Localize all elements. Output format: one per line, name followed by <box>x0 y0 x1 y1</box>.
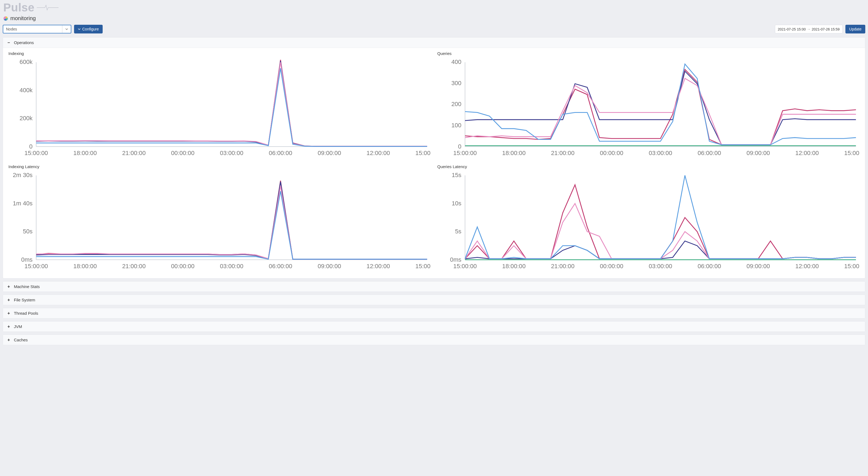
svg-text:06:00:00: 06:00:00 <box>269 263 292 270</box>
svg-text:18:00:00: 18:00:00 <box>502 263 525 270</box>
update-button-label: Update <box>849 27 862 31</box>
panel-header-thread_pools[interactable]: +Thread Pools <box>3 308 865 318</box>
svg-text:00:00:00: 00:00:00 <box>171 263 194 270</box>
chart-title: Queries Latency <box>437 164 860 169</box>
svg-text:0ms: 0ms <box>21 256 33 263</box>
panel-header-jvm[interactable]: +JVM <box>3 321 865 332</box>
svg-text:09:00:00: 09:00:00 <box>747 149 770 157</box>
plus-icon: + <box>7 298 11 302</box>
svg-text:03:00:00: 03:00:00 <box>649 149 672 157</box>
svg-text:18:00:00: 18:00:00 <box>502 149 525 157</box>
svg-text:600k: 600k <box>20 59 33 65</box>
svg-text:15:00:00: 15:00:00 <box>453 263 477 270</box>
svg-text:5s: 5s <box>455 228 461 235</box>
panel-title: Operations <box>14 40 34 45</box>
chevron-down-icon <box>78 28 81 30</box>
panel-file_system: +File System <box>3 295 865 305</box>
svg-text:03:00:00: 03:00:00 <box>649 263 672 270</box>
chart-queries: Queries010020030040015:00:0018:00:0021:0… <box>437 51 860 160</box>
chart-queries_latency-svg: 0ms5s10s15s15:00:0018:00:0021:00:0000:00… <box>437 171 860 273</box>
cluster-name: monitoring <box>10 15 36 22</box>
svg-text:12:00:00: 12:00:00 <box>367 149 390 157</box>
panel-title: Caches <box>14 338 28 342</box>
svg-text:00:00:00: 00:00:00 <box>600 263 623 270</box>
svg-text:400k: 400k <box>20 87 33 94</box>
pulse-wave-icon <box>37 4 59 12</box>
svg-text:300: 300 <box>452 80 462 87</box>
svg-text:0: 0 <box>29 143 32 150</box>
panel-header-operations[interactable]: −Operations <box>3 38 865 48</box>
chart-queries_latency: Queries Latency0ms5s10s15s15:00:0018:00:… <box>437 164 860 273</box>
svg-text:400: 400 <box>452 59 462 65</box>
svg-text:15:00:00: 15:00:00 <box>453 149 477 157</box>
svg-text:00:00:00: 00:00:00 <box>171 149 194 157</box>
chart-title: Queries <box>437 51 860 56</box>
chart-indexing: Indexing0200k400k600k15:00:0018:00:0021:… <box>8 51 431 160</box>
nodes-select-placeholder: Nodes <box>3 27 17 31</box>
configure-button[interactable]: Configure <box>74 25 103 33</box>
panels-container: −OperationsIndexing0200k400k600k15:00:00… <box>0 37 868 345</box>
toolbar: Nodes Configure 2021-07-25 15:00 → 2021-… <box>0 23 868 37</box>
panel-jvm: +JVM <box>3 321 865 332</box>
timerange-display[interactable]: 2021-07-25 15:00 → 2021-07-26 15:59 <box>775 25 843 33</box>
svg-text:06:00:00: 06:00:00 <box>698 263 721 270</box>
svg-text:12:00:00: 12:00:00 <box>795 263 819 270</box>
svg-text:50s: 50s <box>23 228 33 235</box>
svg-text:00:00:00: 00:00:00 <box>600 149 623 157</box>
chart-canvas[interactable]: 010020030040015:00:0018:00:0021:00:0000:… <box>437 57 860 160</box>
panel-body-operations: Indexing0200k400k600k15:00:0018:00:0021:… <box>3 48 865 278</box>
chart-title: Indexing <box>8 51 431 56</box>
svg-text:0: 0 <box>458 143 461 150</box>
svg-text:21:00:00: 21:00:00 <box>551 149 575 157</box>
panel-caches: +Caches <box>3 335 865 345</box>
app-title: Pulse <box>3 1 35 14</box>
plus-icon: + <box>7 325 11 329</box>
svg-text:15:00:00: 15:00:00 <box>415 263 431 270</box>
svg-text:2m 30s: 2m 30s <box>13 172 33 178</box>
update-button[interactable]: Update <box>845 25 865 33</box>
chart-queries-svg: 010020030040015:00:0018:00:0021:00:0000:… <box>437 57 860 160</box>
chart-canvas[interactable]: 0200k400k600k15:00:0018:00:0021:00:0000:… <box>8 57 431 160</box>
chart-canvas[interactable]: 0ms5s10s15s15:00:0018:00:0021:00:0000:00… <box>437 171 860 273</box>
svg-text:0ms: 0ms <box>450 256 462 263</box>
svg-text:100: 100 <box>452 122 462 129</box>
svg-text:15:00:00: 15:00:00 <box>415 149 431 157</box>
chart-indexing-svg: 0200k400k600k15:00:0018:00:0021:00:0000:… <box>8 57 431 160</box>
panel-header-caches[interactable]: +Caches <box>3 335 865 345</box>
nodes-select[interactable]: Nodes <box>3 25 71 33</box>
svg-text:200: 200 <box>452 101 462 107</box>
panel-header-file_system[interactable]: +File System <box>3 295 865 305</box>
svg-text:200k: 200k <box>20 115 33 122</box>
plus-icon: + <box>7 338 11 342</box>
timerange-to: 2021-07-26 15:59 <box>812 27 840 31</box>
plus-icon: + <box>7 311 11 315</box>
svg-text:15:00:00: 15:00:00 <box>844 263 860 270</box>
svg-text:15:00:00: 15:00:00 <box>25 263 48 270</box>
svg-text:15:00:00: 15:00:00 <box>25 149 48 157</box>
svg-text:12:00:00: 12:00:00 <box>367 263 390 270</box>
svg-text:03:00:00: 03:00:00 <box>220 149 243 157</box>
panel-operations: −OperationsIndexing0200k400k600k15:00:00… <box>3 37 865 278</box>
svg-text:15:00:00: 15:00:00 <box>844 149 860 157</box>
plus-icon: + <box>7 284 11 289</box>
chart-title: Indexing Latency <box>8 164 431 169</box>
minus-icon: − <box>7 40 11 45</box>
svg-text:18:00:00: 18:00:00 <box>73 149 97 157</box>
panel-title: Machine Stats <box>14 284 40 289</box>
panel-machine_stats: +Machine Stats <box>3 281 865 292</box>
chevron-down-icon <box>65 28 68 30</box>
svg-text:15s: 15s <box>452 172 462 178</box>
svg-text:03:00:00: 03:00:00 <box>220 263 243 270</box>
svg-text:06:00:00: 06:00:00 <box>698 149 721 157</box>
cluster-row: monitoring <box>0 15 868 23</box>
cluster-icon <box>3 16 8 21</box>
svg-text:21:00:00: 21:00:00 <box>551 263 575 270</box>
nodes-select-caret[interactable] <box>62 25 71 33</box>
panel-thread_pools: +Thread Pools <box>3 308 865 318</box>
svg-text:06:00:00: 06:00:00 <box>269 149 292 157</box>
chart-indexing_latency: Indexing Latency0ms50s1m 40s2m 30s15:00:… <box>8 164 431 273</box>
timerange-from: 2021-07-25 15:00 <box>778 27 806 31</box>
panel-header-machine_stats[interactable]: +Machine Stats <box>3 281 865 292</box>
arrow-right-icon: → <box>807 27 811 31</box>
chart-canvas[interactable]: 0ms50s1m 40s2m 30s15:00:0018:00:0021:00:… <box>8 171 431 273</box>
